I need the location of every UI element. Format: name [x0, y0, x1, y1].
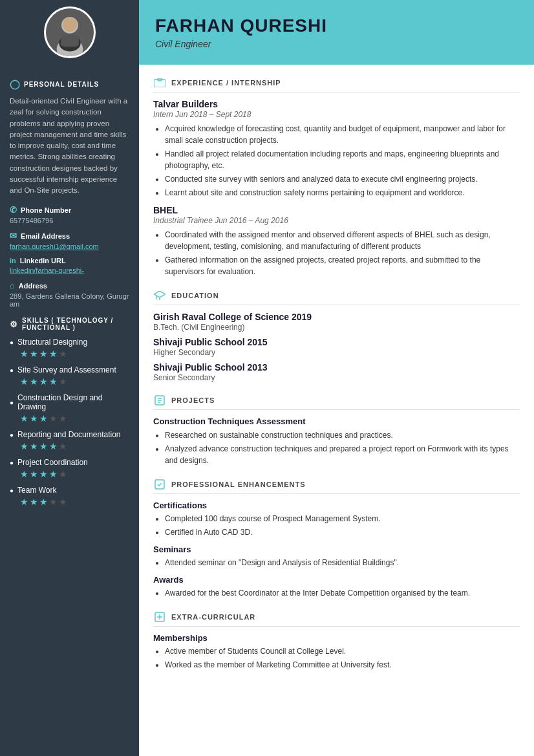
star-empty: ★	[59, 441, 67, 451]
star-empty: ★	[59, 413, 67, 424]
person-icon: ◯	[10, 79, 20, 89]
enhancements-title: PROFESSIONAL ENHANCEMENTS	[171, 481, 306, 488]
job-bullet: Learnt about site and construction safet…	[165, 187, 520, 199]
skill-stars: ★★★★★	[20, 441, 129, 451]
linkedin-icon: in	[10, 257, 16, 265]
svg-rect-5	[61, 35, 79, 47]
projects-title: PROJECTS	[171, 396, 215, 404]
edu-degree: B.Tech. (Civil Engineering)	[153, 323, 520, 332]
candidate-name: FARHAN QURESHI	[155, 16, 518, 36]
enhancements-list: CertificationsCompleted 100 days course …	[153, 501, 520, 599]
skill-item: Construction Design and Drawing★★★★★	[10, 393, 129, 424]
job-bullet: Acquired knowledge of forecasting cost, …	[165, 123, 520, 146]
project-bullets: Researched on sustainable construction t…	[165, 429, 520, 466]
edu-degree: Higher Secondary	[153, 348, 520, 357]
star-empty: ★	[59, 469, 67, 479]
experience-title: EXPERIENCE / INTERNSHIP	[171, 79, 281, 87]
edu-school: Girish Raval College of Science 2019	[153, 312, 520, 322]
phone-value: 65775486796	[10, 217, 129, 224]
star-filled: ★	[30, 441, 38, 451]
email-icon: ✉	[10, 231, 17, 241]
projects-section: PROJECTS Construction Techniques Assessm…	[153, 394, 520, 466]
extracurricular-bullet: Active member of Students Council at Col…	[165, 645, 520, 657]
skill-name: Team Work	[10, 486, 129, 495]
linkedin-value[interactable]: linkedin/farhan-qureshi-	[10, 266, 129, 274]
main-body: ◯ PERSONAL DETAILS Detail-oriented Civil…	[0, 65, 534, 756]
job-bullets: Acquired knowledge of forecasting cost, …	[165, 123, 520, 199]
edu-school: Shivaji Public School 2015	[153, 337, 520, 347]
extracurricular-section: EXTRA-CURRICULAR MembershipsActive membe…	[153, 610, 520, 671]
star-empty: ★	[59, 376, 67, 387]
enhancements-section: PROFESSIONAL ENHANCEMENTS Certifications…	[153, 478, 520, 599]
skill-name: Site Survey and Assessment	[10, 365, 129, 374]
education-section: EDUCATION Girish Raval College of Scienc…	[153, 289, 520, 382]
address-value: 289, Gardens Galleria Colony, Gurugram	[10, 292, 129, 308]
skill-stars: ★★★★★	[20, 349, 129, 359]
enhancement-bullet: Awarded for the best Coordinator at the …	[165, 587, 520, 599]
job-bullets: Coordinated with the assigned mentor and…	[165, 229, 520, 277]
enhancement-bullet: Certified in Auto CAD 3D.	[165, 526, 520, 538]
extracurricular-icon	[153, 610, 166, 623]
edu-school: Shivaji Public School 2013	[153, 362, 520, 373]
star-filled: ★	[49, 469, 58, 479]
skill-item: Reporting and Documentation★★★★★	[10, 430, 129, 451]
star-filled: ★	[20, 376, 28, 387]
extracurricular-sublabel: Memberships	[153, 633, 520, 643]
job-bullet: Gathered information on the assigned pro…	[165, 254, 520, 277]
star-filled: ★	[20, 441, 28, 451]
experience-section: EXPERIENCE / INTERNSHIP Talvar BuildersI…	[153, 76, 520, 277]
star-filled: ★	[39, 441, 48, 451]
projects-list: Construction Techniques AssessmentResear…	[153, 416, 520, 466]
star-filled: ★	[39, 413, 48, 424]
star-filled: ★	[49, 349, 58, 359]
star-filled: ★	[20, 497, 28, 507]
star-empty: ★	[49, 497, 58, 507]
star-filled: ★	[39, 497, 48, 507]
skill-stars: ★★★★★	[20, 497, 129, 507]
star-filled: ★	[30, 469, 38, 479]
avatar	[44, 6, 96, 58]
extracurricular-header: EXTRA-CURRICULAR	[153, 610, 520, 627]
svg-point-3	[62, 17, 76, 32]
star-filled: ★	[39, 376, 48, 387]
header-sidebar-bg	[0, 0, 139, 65]
skill-stars: ★★★★★	[20, 469, 129, 479]
enhancement-sublabel: Awards	[153, 575, 520, 585]
enhancements-icon	[153, 478, 166, 491]
enhancements-header: PROFESSIONAL ENHANCEMENTS	[153, 478, 520, 494]
projects-header: PROJECTS	[153, 394, 520, 410]
star-empty: ★	[59, 349, 67, 359]
email-value[interactable]: farhan.qureshi1@gmail.com	[10, 243, 129, 250]
extracurricular-list: MembershipsActive member of Students Cou…	[153, 633, 520, 671]
star-filled: ★	[30, 497, 38, 507]
header-info: FARHAN QURESHI Civil Engineer	[139, 6, 534, 59]
header: FARHAN QURESHI Civil Engineer	[0, 0, 534, 65]
skill-name: Reporting and Documentation	[10, 430, 129, 439]
star-filled: ★	[39, 349, 48, 359]
resume: FARHAN QURESHI Civil Engineer ◯ PERSONAL…	[0, 0, 534, 756]
star-filled: ★	[49, 376, 58, 387]
skill-name: Structural Designing	[10, 338, 129, 347]
svg-marker-8	[154, 291, 166, 297]
enhancement-sublabel: Seminars	[153, 545, 520, 554]
star-filled: ★	[30, 349, 38, 359]
star-filled: ★	[20, 349, 28, 359]
experience-header: EXPERIENCE / INTERNSHIP	[153, 76, 520, 92]
project-bullet: Analyzed advance construction techniques…	[165, 443, 520, 466]
education-icon	[153, 289, 166, 302]
phone-icon: ✆	[10, 205, 17, 215]
employer-role: Intern Jun 2018 – Sept 2018	[153, 110, 520, 119]
extracurricular-bullet: Worked as the member of Marketing Commit…	[165, 659, 520, 671]
project-bullet: Researched on sustainable construction t…	[165, 429, 520, 441]
enhancement-bullets: Completed 100 days course of Prospect Ma…	[165, 513, 520, 538]
enhancement-bullet: Attended seminar on "Design and Analysis…	[165, 557, 520, 568]
job-bullet: Handled all project related documentatio…	[165, 148, 520, 171]
skill-stars: ★★★★★	[20, 413, 129, 424]
main-content: EXPERIENCE / INTERNSHIP Talvar BuildersI…	[139, 65, 534, 756]
skill-item: Project Coordination★★★★★	[10, 458, 129, 479]
linkedin-label: in Linkedin URL	[10, 257, 129, 265]
enhancement-bullets: Awarded for the best Coordinator at the …	[165, 587, 520, 599]
skill-name: Construction Design and Drawing	[10, 393, 129, 411]
phone-label: ✆ Phone Number	[10, 205, 129, 215]
star-filled: ★	[49, 441, 58, 451]
